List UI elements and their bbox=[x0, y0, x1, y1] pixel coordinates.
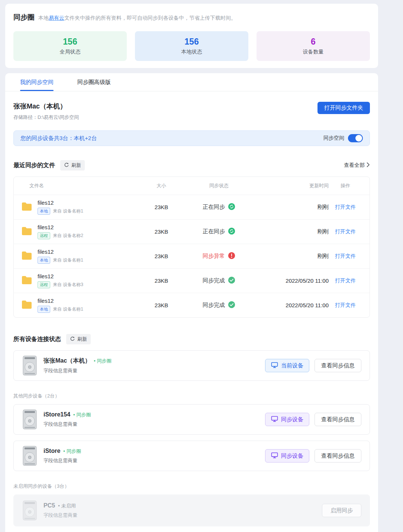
header-row: 同步圈 本地易有云文件夹中操作的所有资料，即可自动同步到各设备中，节省上传下载时… bbox=[13, 13, 370, 22]
stats-row: 156 全局状态 156 本地状态 6 设备数量 bbox=[13, 31, 370, 61]
device-name: PC5 bbox=[43, 502, 55, 509]
device-status-tag: •同步圈 bbox=[94, 358, 112, 364]
update-time: 刚刚 bbox=[254, 204, 329, 211]
monitor-icon bbox=[271, 452, 278, 460]
sync-device-button[interactable]: 同步设备 bbox=[265, 413, 309, 426]
device-subtitle: 字段信息需商量 bbox=[43, 512, 316, 519]
yiyouyun-link[interactable]: 易有云 bbox=[49, 15, 64, 21]
refresh-icon bbox=[64, 162, 69, 169]
stat-card-global: 156 全局状态 bbox=[13, 31, 127, 61]
view-all-link[interactable]: 查看全部 bbox=[344, 162, 370, 169]
folder-icon bbox=[21, 202, 32, 213]
error-icon bbox=[228, 252, 235, 260]
refresh-devices-button[interactable]: 刷新 bbox=[66, 334, 91, 344]
stat-label-local: 本地状态 bbox=[181, 49, 202, 55]
device-status-tag: •同步圈 bbox=[73, 412, 91, 418]
file-sub: 远程 来自 设备名称3 bbox=[38, 281, 83, 288]
folder-icon bbox=[21, 275, 32, 286]
table-row: files12 远程 来自 设备名称3 23KB 同步完成 2022/05/20… bbox=[14, 268, 370, 293]
device-info: iStore •同步圈 字段信息需商量 bbox=[43, 448, 259, 464]
file-sub: 远程 来自 设备名称2 bbox=[38, 232, 83, 239]
sync-status-label: 同步完成 bbox=[203, 302, 225, 309]
sync-status-label: 同步异常 bbox=[203, 253, 225, 260]
main-panel: 我的同步空间 同步圈高级版 张张Mac（本机） 存储路径：D:\易有云\同步空间… bbox=[5, 73, 378, 532]
file-meta: files12 远程 来自 设备名称2 bbox=[38, 224, 83, 239]
banner-text: 您的同步设备共3台：本机+2台 bbox=[20, 135, 97, 142]
syncing-icon bbox=[228, 227, 235, 236]
page-title: 同步圈 bbox=[13, 13, 35, 22]
monitor-icon bbox=[271, 416, 278, 423]
file-cell: files12 本地 来自 设备名称1 bbox=[21, 249, 139, 264]
check-icon bbox=[228, 276, 235, 285]
view-sync-info-button[interactable]: 查看同步信息 bbox=[315, 449, 361, 463]
update-time: 2022/05/20 11:00 bbox=[254, 278, 329, 284]
device-status-tag: •未启用 bbox=[58, 503, 76, 509]
update-time: 刚刚 bbox=[254, 253, 329, 260]
recent-files-title: 最近同步的文件 bbox=[13, 162, 55, 169]
sync-status-label: 正在同步 bbox=[203, 228, 225, 235]
file-meta: files12 远程 来自 设备名称3 bbox=[38, 273, 83, 288]
file-origin: 来自 设备名称1 bbox=[53, 257, 83, 263]
space-header: 张张Mac（本机） 存储路径：D:\易有云\同步空间 打开同步文件夹 bbox=[13, 102, 370, 121]
current-device-button[interactable]: 当前设备 bbox=[265, 359, 309, 372]
table-row: files12 本地 来自 设备名称1 23KB 同步完成 2022/05/20… bbox=[14, 293, 370, 317]
open-sync-folder-button[interactable]: 打开同步文件夹 bbox=[317, 102, 370, 114]
stat-label-global: 全局状态 bbox=[60, 49, 81, 55]
open-file-link[interactable]: 打开文件 bbox=[335, 253, 356, 259]
device-card-buttons: 同步设备 查看同步信息 bbox=[265, 413, 361, 426]
recent-files-header: 最近同步的文件 刷新 查看全部 bbox=[13, 160, 370, 171]
hard-drive-icon bbox=[22, 356, 38, 376]
folder-icon bbox=[21, 226, 32, 237]
enable-sync-button[interactable]: 启用同步 bbox=[322, 504, 361, 517]
file-scope-badge: 本地 bbox=[38, 306, 50, 313]
table-header: 文件名 大小 同步状态 更新时间 操作 bbox=[14, 177, 370, 195]
devices-title: 所有设备连接状态 bbox=[13, 335, 61, 343]
file-origin: 来自 设备名称1 bbox=[53, 208, 83, 214]
sync-space-toggle[interactable] bbox=[348, 134, 363, 142]
column-size: 大小 bbox=[139, 182, 184, 189]
page-description: 本地易有云文件夹中操作的所有资料，即可自动同步到各设备中，节省上传下载时间。 bbox=[38, 15, 236, 22]
file-size: 23KB bbox=[139, 302, 184, 308]
file-origin: 来自 设备名称2 bbox=[53, 233, 83, 239]
check-icon bbox=[228, 301, 235, 309]
view-all-label: 查看全部 bbox=[344, 162, 365, 169]
view-sync-info-button[interactable]: 查看同步信息 bbox=[315, 413, 361, 426]
device-name: iStore bbox=[43, 448, 60, 454]
device-name: iStore154 bbox=[43, 411, 70, 418]
sync-status: 同步完成 bbox=[184, 276, 254, 285]
disabled-devices-label: 未启用同步的设备（3台） bbox=[13, 483, 370, 490]
sync-status: 正在同步 bbox=[184, 227, 254, 236]
open-file-link[interactable]: 打开文件 bbox=[335, 204, 356, 210]
monitor-icon bbox=[271, 362, 278, 369]
refresh-recent-button[interactable]: 刷新 bbox=[60, 160, 85, 171]
view-sync-info-button[interactable]: 查看同步信息 bbox=[315, 359, 361, 372]
file-scope-badge: 远程 bbox=[38, 281, 50, 288]
device-info: 张张Mac（本机） •同步圈 字段信息需商量 bbox=[43, 357, 259, 374]
file-cell: files12 本地 来自 设备名称1 bbox=[21, 298, 139, 313]
sync-device-button[interactable]: 同步设备 bbox=[265, 449, 309, 463]
update-time: 刚刚 bbox=[254, 228, 329, 235]
device-card-buttons: 启用同步 bbox=[322, 504, 361, 517]
device-name-row: iStore154 •同步圈 bbox=[43, 411, 259, 418]
device-card-buttons: 同步设备 查看同步信息 bbox=[265, 449, 361, 463]
device-card-istore: iStore •同步圈 字段信息需商量 同步设备 查看同步信息 bbox=[13, 441, 370, 471]
open-file-link[interactable]: 打开文件 bbox=[335, 278, 356, 283]
open-file-link[interactable]: 打开文件 bbox=[335, 302, 356, 308]
tab-my-sync-space[interactable]: 我的同步空间 bbox=[20, 73, 54, 91]
refresh-icon bbox=[70, 336, 75, 343]
open-file-link[interactable]: 打开文件 bbox=[335, 228, 356, 234]
device-info: iStore154 •同步圈 字段信息需商量 bbox=[43, 411, 259, 428]
file-meta: files12 本地 来自 设备名称1 bbox=[38, 249, 83, 264]
stat-value-global: 156 bbox=[63, 37, 77, 47]
tab-sync-circle-premium[interactable]: 同步圈高级版 bbox=[77, 73, 111, 91]
file-size: 23KB bbox=[139, 253, 184, 259]
sync-status-label: 正在同步 bbox=[203, 204, 225, 211]
other-devices-label: 其他同步设备（2台） bbox=[13, 393, 370, 399]
panel-content: 张张Mac（本机） 存储路径：D:\易有云\同步空间 打开同步文件夹 您的同步设… bbox=[5, 102, 378, 526]
device-subtitle: 字段信息需商量 bbox=[43, 457, 259, 464]
device-name-row: iStore •同步圈 bbox=[43, 448, 259, 455]
folder-icon bbox=[21, 300, 32, 311]
file-name: files12 bbox=[38, 298, 83, 304]
sync-status-label: 同步完成 bbox=[203, 277, 225, 284]
device-subtitle: 字段信息需商量 bbox=[43, 421, 259, 428]
